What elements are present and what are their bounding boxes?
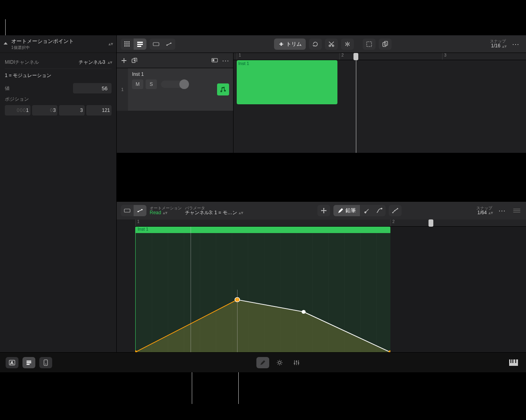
- duplicate-track-button[interactable]: [131, 57, 138, 64]
- automation-mode-select[interactable]: オートメーション Read▲▼: [150, 206, 182, 215]
- automation-point[interactable]: [135, 350, 137, 352]
- automation-mode-value: Read: [150, 210, 161, 215]
- pos3[interactable]: 3: [80, 108, 83, 113]
- copy-button[interactable]: [379, 39, 392, 50]
- automation-editor: オートメーション Read▲▼ パラメータ チャンネル3: 1 = モ…ン▲▼ …: [117, 201, 526, 352]
- track-display-button[interactable]: [211, 57, 218, 64]
- add-track-button[interactable]: [121, 57, 127, 64]
- grid-view-button[interactable]: [121, 39, 134, 50]
- svg-point-40: [45, 363, 46, 364]
- view-mode-segment[interactable]: [121, 39, 146, 50]
- mute-button[interactable]: M: [132, 79, 143, 89]
- pos4[interactable]: 121: [102, 108, 110, 113]
- drag-handle-icon[interactable]: [512, 209, 522, 213]
- pencil-tool-button[interactable]: 鉛筆: [333, 205, 360, 216]
- stepper-icon[interactable]: ▲▼: [487, 211, 492, 215]
- playhead[interactable]: [353, 53, 359, 153]
- draw-mode-button[interactable]: [256, 357, 269, 368]
- svg-rect-7: [126, 45, 128, 47]
- pos1-dim: 000: [17, 108, 26, 113]
- settings-sliders-button[interactable]: [290, 357, 303, 368]
- move-tool-button[interactable]: [317, 205, 330, 216]
- editor-view-segment[interactable]: [121, 205, 146, 216]
- track-more-button[interactable]: ⋯: [222, 56, 229, 65]
- arrange-area: ⋯ 1 Inst 1 M S: [117, 53, 526, 153]
- stepper-icon[interactable]: ▲▼: [107, 60, 112, 65]
- snap-selector[interactable]: スナップ 1/16▲▼: [490, 39, 506, 49]
- editor-more-button[interactable]: ⋯: [496, 205, 508, 216]
- split-button[interactable]: [341, 39, 354, 50]
- library-button[interactable]: [6, 357, 18, 368]
- svg-line-47: [281, 364, 282, 365]
- midi-channel-row[interactable]: MIDIチャンネル チャンネル3 ▲▼: [5, 56, 112, 69]
- trim-button[interactable]: トリム: [274, 39, 306, 50]
- automation-param-select[interactable]: パラメータ チャンネル3: 1 = モ…ン▲▼: [185, 206, 243, 215]
- arrange-lane[interactable]: 1 2 3 Inst 1: [234, 53, 526, 153]
- solo-button[interactable]: S: [146, 79, 157, 89]
- brush-tool-button[interactable]: [360, 205, 373, 216]
- svg-rect-4: [126, 43, 128, 45]
- region-name: Inst 1: [238, 61, 249, 66]
- brightness-button[interactable]: [273, 357, 286, 368]
- midi-region[interactable]: Inst 1: [237, 60, 337, 104]
- curve-tool-button[interactable]: [373, 205, 386, 216]
- svg-point-28: [381, 208, 382, 209]
- scissors-button[interactable]: [325, 39, 338, 50]
- inspector-title: オートメーションポイント: [11, 38, 108, 45]
- keyboard-button[interactable]: [507, 357, 520, 368]
- inspector-header[interactable]: オートメーションポイント 1個選択中 ▲▼: [0, 35, 116, 53]
- black-margin: [0, 372, 526, 420]
- loop-button[interactable]: [309, 39, 322, 50]
- stepper-icon[interactable]: ▲▼: [238, 211, 243, 215]
- svg-line-15: [167, 43, 171, 45]
- instrument-icon[interactable]: [217, 83, 229, 95]
- editor-ruler[interactable]: 1 2: [135, 219, 526, 227]
- svg-point-30: [394, 210, 395, 211]
- pos2[interactable]: 3: [53, 108, 56, 113]
- svg-point-31: [397, 208, 398, 209]
- tool-segment[interactable]: 鉛筆: [333, 205, 386, 216]
- display-mode-segment[interactable]: [150, 39, 175, 50]
- svg-line-48: [278, 364, 278, 365]
- marquee-button[interactable]: [363, 39, 376, 50]
- playhead-grip-icon[interactable]: [429, 219, 433, 227]
- automation-point[interactable]: [302, 310, 306, 314]
- svg-line-27: [138, 210, 142, 212]
- remote-button[interactable]: [39, 357, 52, 368]
- automation-point[interactable]: [388, 350, 390, 352]
- track-header-panel: ⋯ 1 Inst 1 M S: [117, 53, 234, 153]
- region-editor-button[interactable]: [121, 205, 134, 216]
- editor-snap-selector[interactable]: スナップ 1/64▲▼: [476, 206, 492, 215]
- stepper-icon[interactable]: ▲▼: [501, 44, 506, 49]
- track-strip[interactable]: 1 Inst 1 M S: [117, 68, 233, 111]
- svg-rect-6: [124, 45, 126, 47]
- slider-knob[interactable]: [179, 79, 189, 89]
- value-row[interactable]: 値 56: [5, 82, 112, 95]
- automation-editor-button[interactable]: [134, 205, 146, 216]
- svg-point-41: [278, 361, 281, 364]
- volume-slider[interactable]: [161, 81, 188, 88]
- region-view-button[interactable]: [150, 39, 162, 50]
- value-field[interactable]: 56: [73, 83, 112, 93]
- arrange-ruler[interactable]: 1 2 3: [234, 53, 526, 60]
- automation-canvas[interactable]: Inst 1: [135, 227, 526, 352]
- value-label: 値: [5, 85, 73, 92]
- svg-rect-3: [124, 43, 126, 45]
- svg-rect-11: [137, 46, 141, 47]
- pos1[interactable]: 1: [26, 108, 29, 113]
- stepper-icon[interactable]: ▲▼: [108, 42, 112, 46]
- more-button[interactable]: ⋯: [509, 39, 522, 50]
- collapse-arrow-icon[interactable]: [2, 41, 9, 47]
- curve-shape-button[interactable]: [389, 205, 402, 216]
- position-fields[interactable]: 0001 03 3 121: [5, 105, 112, 116]
- track-stack-button[interactable]: [22, 357, 35, 368]
- automation-view-button[interactable]: [162, 39, 175, 50]
- playhead-grip-icon[interactable]: [353, 53, 358, 60]
- svg-line-46: [278, 361, 278, 361]
- svg-rect-10: [137, 44, 143, 45]
- automation-curve[interactable]: [135, 233, 390, 352]
- position-label-row: ポジション: [5, 95, 112, 103]
- track-name[interactable]: Inst 1: [132, 71, 229, 77]
- list-view-button[interactable]: [134, 39, 146, 50]
- stepper-icon[interactable]: ▲▼: [162, 211, 167, 215]
